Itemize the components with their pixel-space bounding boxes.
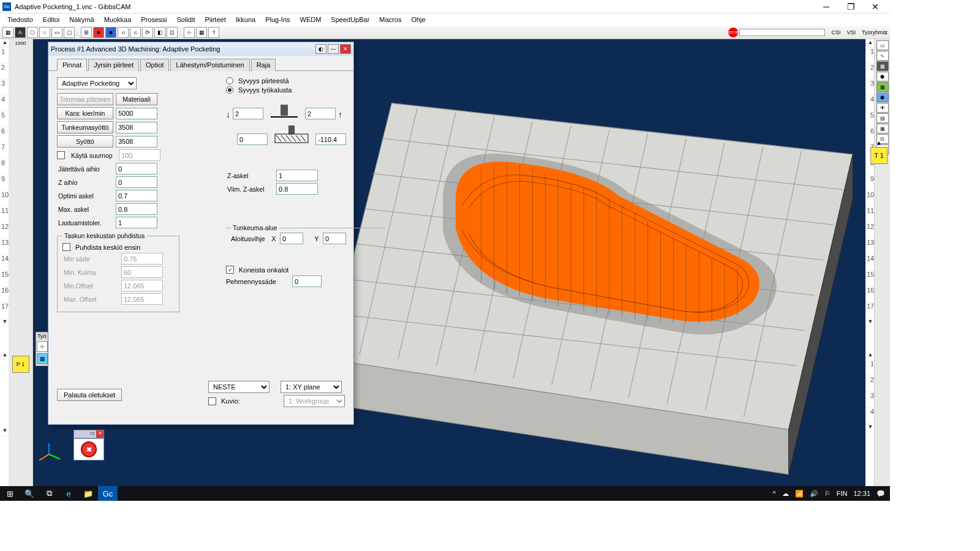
work-panel[interactable]: Työ ⊹ ▦ — [36, 332, 49, 366]
rail-icon[interactable]: ▦ — [876, 82, 889, 92]
tool-icon[interactable]: ▦ — [196, 27, 207, 38]
rail-icon[interactable]: 👁 — [876, 103, 889, 113]
zaihio-input[interactable] — [116, 176, 157, 188]
rail-icon[interactable]: ∿ — [876, 51, 889, 61]
kara-button[interactable]: Kara: kier/min — [57, 107, 113, 119]
menu-plugins[interactable]: Plug-Ins — [260, 15, 295, 24]
tool-icon[interactable]: ⎌ — [130, 27, 141, 38]
trimmaa-button[interactable]: Trimmaa pitimeen — [57, 93, 113, 105]
taskview-icon[interactable]: ⧉ — [39, 486, 59, 501]
cloud-icon[interactable]: ☁ — [782, 490, 789, 498]
palauta-button[interactable]: Palauta oletukset — [57, 389, 122, 401]
neste-select[interactable]: NESTE — [208, 381, 270, 393]
depth-top-up-input[interactable] — [305, 108, 336, 119]
aloitus-y-input[interactable] — [323, 233, 346, 244]
menu-macros[interactable]: Macros — [374, 15, 406, 24]
maximize-button[interactable]: ❐ — [839, 0, 863, 13]
menu-nakyma[interactable]: Näkymä — [64, 15, 99, 24]
optimi-input[interactable] — [116, 190, 157, 201]
work-panel-button[interactable]: ▦ — [37, 353, 48, 364]
depth-from-feature-radio[interactable] — [226, 77, 233, 84]
minimize-button[interactable]: ─ — [814, 0, 839, 13]
tool-icon[interactable]: ⟳ — [142, 27, 153, 38]
jatettava-input[interactable] — [116, 163, 157, 174]
up-arrow-icon[interactable]: ▲ — [0, 351, 9, 360]
palette-close-icon[interactable]: ✕ — [96, 430, 104, 438]
menu-wedm[interactable]: WEDM — [295, 15, 326, 24]
tool-icon[interactable]: ◧ — [154, 27, 165, 38]
down-arrow-icon[interactable]: ▼ — [0, 318, 9, 327]
wifi-icon[interactable]: 📶 — [795, 490, 804, 498]
depth-from-tool-radio[interactable] — [226, 86, 233, 94]
dialog-close-button[interactable]: ✕ — [340, 44, 351, 54]
rail-icon[interactable]: ⬣ — [876, 92, 889, 102]
tool-icon[interactable]: ⊞ — [81, 27, 92, 38]
tool-tile-t1[interactable]: T 1 — [870, 147, 888, 164]
tab-pinnat[interactable]: Pinnat — [57, 59, 87, 71]
help-icon[interactable]: ? — [208, 27, 219, 38]
tab-optiot[interactable]: Optiot — [140, 59, 169, 71]
menu-ikkuna[interactable]: Ikkuna — [231, 15, 260, 24]
down-arrow-icon[interactable]: ▼ — [865, 318, 874, 327]
menu-editoi[interactable]: Editoi — [38, 15, 65, 24]
vsi-label[interactable]: VSI — [846, 29, 856, 36]
dialog-titlebar[interactable]: Process #1 Advanced 3D Machining: Adapti… — [48, 42, 353, 56]
kayta-suurnop-checkbox[interactable] — [57, 151, 65, 159]
depth-bottom-right-input[interactable] — [315, 133, 346, 145]
up-arrow-icon[interactable]: ▲ — [865, 351, 874, 360]
tool-icon[interactable]: ⊡ — [167, 27, 178, 38]
lastu-input[interactable] — [116, 217, 157, 228]
tool-icon[interactable]: ■ — [93, 27, 104, 38]
tool-icon[interactable]: ⬡ — [27, 27, 38, 38]
volume-icon[interactable]: 🔊 — [810, 490, 818, 498]
explorer-icon[interactable]: 📁 — [78, 486, 98, 501]
process-tile-p1[interactable]: P 1 — [12, 356, 29, 373]
rail-icon[interactable]: ▤ — [876, 113, 889, 123]
dialog-help-button[interactable]: ◐ — [315, 44, 326, 54]
stop-icon[interactable]: STOP — [728, 28, 738, 37]
menu-solidit[interactable]: Solidit — [172, 15, 200, 24]
search-icon[interactable]: 🔍 — [20, 486, 39, 501]
down-arrow-icon[interactable]: ▼ — [865, 424, 874, 432]
aloitus-x-input[interactable] — [280, 233, 303, 244]
clock[interactable]: 12:31 — [853, 490, 870, 497]
edge-icon[interactable]: e — [59, 486, 78, 501]
materiaali-button[interactable]: Materiaali — [116, 93, 157, 105]
tool-icon[interactable]: ⎌ — [118, 27, 129, 38]
viimz-input[interactable] — [276, 183, 318, 195]
syotto-button[interactable]: Syöttö — [57, 135, 113, 148]
menu-prosessi[interactable]: Prosessi — [136, 15, 172, 24]
error-palette[interactable]: ▭✕ ✖ — [74, 430, 104, 460]
tool-icon[interactable]: ⊹ — [184, 27, 195, 38]
tyoryhmat-label[interactable]: Työryhmät — [862, 29, 888, 36]
tunkeumasyotto-button[interactable]: Tunkeumasyöttö — [57, 121, 113, 133]
rail-icon[interactable]: ▭ — [876, 40, 889, 50]
up-arrow-icon[interactable]: ▲ — [869, 140, 889, 146]
max-askel-input[interactable] — [116, 203, 157, 215]
tool-icon[interactable]: A — [15, 27, 26, 38]
tool-icon[interactable]: ▦ — [2, 27, 13, 38]
start-button[interactable]: ⊞ — [0, 486, 20, 501]
palette-restore-icon[interactable]: ▭ — [89, 430, 96, 438]
koneista-checkbox[interactable]: ✓ — [226, 266, 234, 274]
puhdista-checkbox[interactable] — [62, 243, 70, 251]
close-button[interactable]: ✕ — [863, 0, 888, 13]
tool-icon[interactable]: ■ — [105, 27, 116, 38]
language-indicator[interactable]: FIN — [837, 490, 848, 497]
tool-icon[interactable]: ○ — [39, 27, 50, 38]
rail-icon[interactable]: ⬢ — [876, 72, 889, 81]
work-panel-button[interactable]: ⊹ — [37, 341, 48, 352]
rail-icon[interactable]: ▦ — [876, 61, 889, 71]
operation-select[interactable]: Adaptive Pocketing — [57, 77, 137, 89]
csi-label[interactable]: CSI — [831, 29, 840, 36]
xyplane-select[interactable]: 1: XY plane — [281, 381, 342, 393]
flag-icon[interactable]: ⚐ — [824, 490, 831, 498]
gibbscam-taskbar-icon[interactable]: Gc — [98, 486, 118, 501]
menu-piirteet[interactable]: Piirteet — [200, 15, 230, 24]
kara-input[interactable] — [116, 108, 157, 119]
pehmennys-input[interactable] — [292, 276, 322, 287]
tab-raja[interactable]: Raja — [251, 59, 276, 71]
menu-speedupbar[interactable]: SpeedUpBar — [326, 15, 374, 24]
error-icon[interactable]: ✖ — [81, 441, 97, 457]
tool-icon[interactable]: ▭ — [51, 27, 62, 38]
